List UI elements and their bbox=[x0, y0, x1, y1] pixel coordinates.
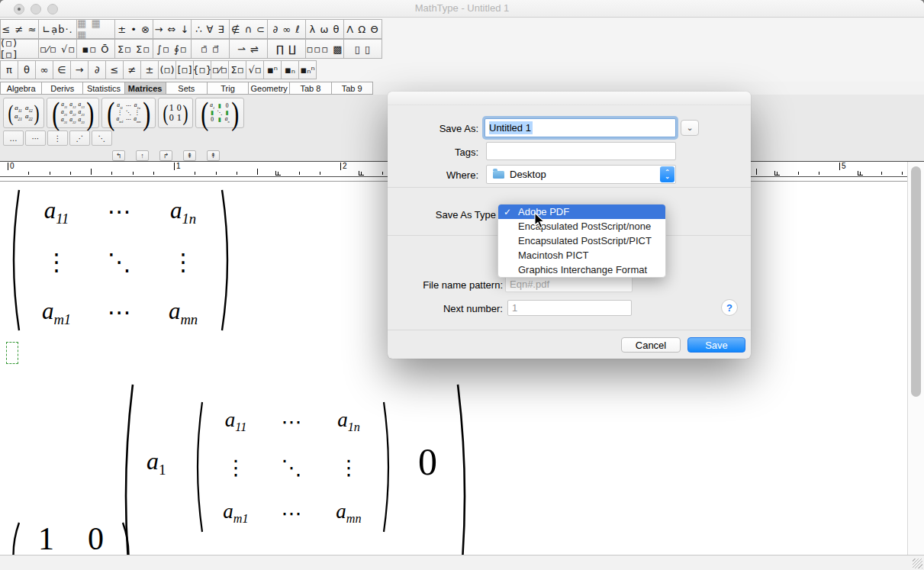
symbol-button[interactable]: ± bbox=[140, 60, 159, 79]
spacing-palette[interactable]: ▦ ▦ ▦ bbox=[76, 19, 115, 39]
box-templates-palette[interactable]: ▯ ▯ bbox=[343, 39, 382, 59]
matrix-cell: ⋯ bbox=[282, 503, 302, 524]
symbol-button[interactable]: [▫] bbox=[175, 60, 194, 79]
greek-lowercase-palette[interactable]: λ ω θ bbox=[305, 19, 344, 39]
scrollbar-thumb[interactable] bbox=[911, 166, 921, 397]
tab-stop-center-button[interactable]: ↑ bbox=[136, 150, 149, 161]
dialog-titlebar[interactable] bbox=[388, 92, 751, 105]
menu-item-graphics-interchange-format[interactable]: Graphics Interchange Format bbox=[498, 262, 665, 277]
next-number-field[interactable]: 1 bbox=[507, 300, 632, 316]
subscript-superscript-templates-palette[interactable]: ▪▫ Ō bbox=[76, 39, 115, 59]
tab-statistics[interactable]: Statistics bbox=[82, 82, 124, 95]
symbol-button[interactable]: θ bbox=[18, 60, 36, 79]
relational-symbols-palette[interactable]: ≤ ≠ ≈ bbox=[0, 19, 39, 39]
matrix-mxn-dots-template[interactable]: (a11⋯a1n⋮⋱⋮am1⋯amn) bbox=[101, 98, 156, 128]
tab-stop-equal-button[interactable]: ⇞ bbox=[183, 150, 196, 161]
ruler-tab-stop[interactable] bbox=[359, 171, 364, 176]
vertical-dots-button[interactable]: ⋮ bbox=[47, 130, 68, 146]
overbar-templates-palette[interactable]: ▫̄ ▫⃗ bbox=[191, 39, 230, 59]
tab-stop-decimal-button[interactable]: ↟ bbox=[207, 150, 220, 161]
low-ellipsis-button[interactable]: … bbox=[3, 130, 24, 146]
save-as-type-menu: ✓Adobe PDFEncapsulated PostScript/noneEn… bbox=[497, 204, 666, 278]
diagonal-matrix-template[interactable]: (a1▮0▮⋱▮0▮an) bbox=[195, 98, 244, 128]
matrix-2x2-template[interactable]: (a11a12a21a22) bbox=[3, 98, 44, 128]
tab-tab-9[interactable]: Tab 9 bbox=[331, 82, 373, 95]
misc-symbols-palette[interactable]: ∂ ∞ ℓ bbox=[267, 19, 306, 39]
symbol-button[interactable]: ≠ bbox=[123, 60, 141, 79]
folder-icon bbox=[493, 171, 504, 179]
arrow-symbols-palette[interactable]: → ⇔ ↓ bbox=[153, 19, 192, 39]
equation-matrix-mxn: a11⋯a1n⋮⋱⋮am1⋯amn bbox=[6, 188, 235, 337]
where-popup[interactable]: Desktop ⌃ ⌄ bbox=[486, 165, 676, 184]
symbol-button[interactable]: → bbox=[70, 60, 89, 79]
symbol-button[interactable]: {▫} bbox=[193, 60, 211, 79]
selected-filename-text: Untitled 1 bbox=[489, 121, 533, 134]
product-templates-palette[interactable]: ∏ ∐ bbox=[267, 39, 306, 59]
save-button[interactable]: Save bbox=[687, 337, 745, 353]
save-as-field[interactable]: Untitled 1 bbox=[485, 118, 676, 137]
embellishments-palette[interactable]: ∟ạḃ·. bbox=[38, 19, 77, 39]
operator-symbols-palette[interactable]: ± • ⊗ bbox=[114, 19, 153, 39]
titlebar[interactable]: MathType - Untitled 1 bbox=[0, 0, 924, 18]
symbol-button[interactable]: π bbox=[0, 60, 18, 79]
symbol-button[interactable]: √▫ bbox=[246, 60, 264, 79]
help-button[interactable]: ? bbox=[721, 299, 738, 316]
matrix-template-buttons: (a11a12a21a22)(a11a12a13a21a22a23a31a32a… bbox=[3, 98, 244, 128]
summation-templates-palette[interactable]: Σ▫ Σ▫ bbox=[114, 39, 153, 59]
tab-stop-right-button[interactable]: ↱ bbox=[159, 150, 172, 161]
set-theory-symbols-palette[interactable]: ∉ ∩ ⊂ bbox=[229, 19, 268, 39]
fence-templates-palette[interactable]: (▫) [▫] bbox=[0, 39, 39, 59]
symbol-button[interactable]: ∂ bbox=[88, 60, 106, 79]
tab-algebra[interactable]: Algebra bbox=[0, 82, 42, 95]
mouse-cursor bbox=[534, 212, 546, 229]
ruler-tab-stop[interactable] bbox=[858, 171, 863, 176]
integral-templates-palette[interactable]: ∫▫ ∮▫ bbox=[153, 39, 192, 59]
ruler-tab-stop[interactable] bbox=[774, 171, 780, 176]
symbol-button[interactable]: ▪ⁿ bbox=[263, 60, 282, 79]
menu-item-encapsulated-postscript-none[interactable]: Encapsulated PostScript/none bbox=[498, 219, 665, 233]
tab-trig[interactable]: Trig bbox=[207, 82, 249, 95]
ruler-tick bbox=[257, 169, 258, 175]
window-title: MathType - Untitled 1 bbox=[0, 2, 924, 14]
matrix-cell: ▮ bbox=[218, 103, 221, 109]
menu-item-macintosh-pict[interactable]: Macintosh PICT bbox=[498, 248, 665, 262]
symbol-button[interactable]: ∞ bbox=[35, 60, 53, 79]
tags-field[interactable] bbox=[486, 142, 676, 160]
cancel-button[interactable]: Cancel bbox=[621, 337, 681, 353]
tab-matrices[interactable]: Matrices bbox=[124, 82, 166, 95]
vertical-scrollbar[interactable] bbox=[907, 162, 924, 555]
symbol-button[interactable]: ∈ bbox=[53, 60, 71, 79]
empty-slot-placeholder[interactable] bbox=[6, 342, 18, 364]
matrix-cell: 0 bbox=[169, 113, 174, 123]
symbol-button[interactable]: ≤ bbox=[105, 60, 124, 79]
symbol-button[interactable]: Σ▫ bbox=[228, 60, 246, 79]
file-pattern-field[interactable]: Eqn#.pdf bbox=[505, 276, 633, 292]
symbol-button[interactable]: ▪ₙⁿ bbox=[298, 60, 317, 79]
tab-sets[interactable]: Sets bbox=[166, 82, 208, 95]
expand-dialog-button[interactable]: ⌄ bbox=[681, 120, 699, 136]
resize-grip[interactable] bbox=[913, 559, 922, 568]
matrix-3x3-template[interactable]: (a11a12a13a21a22a23a31a32a33) bbox=[47, 98, 99, 128]
center-ellipsis-button[interactable]: ⋯ bbox=[25, 130, 46, 146]
menu-item-encapsulated-postscript-pict[interactable]: Encapsulated PostScript/PICT bbox=[498, 233, 665, 248]
identity-matrix-template[interactable]: (1001) bbox=[158, 98, 193, 128]
tab-stop-left-button[interactable]: ↰ bbox=[112, 150, 125, 161]
symbol-button[interactable]: (▫) bbox=[158, 60, 176, 79]
right-paren: ) bbox=[231, 95, 239, 132]
symbol-button[interactable]: ▪ₙ bbox=[281, 60, 299, 79]
rising-diagonal-dots-button[interactable]: ⋰ bbox=[69, 130, 90, 146]
logic-symbols-palette[interactable]: ∴ ∀ ∃ bbox=[191, 19, 230, 39]
menu-item-adobe-pdf[interactable]: ✓Adobe PDF bbox=[498, 204, 665, 219]
fraction-radical-templates-palette[interactable]: ▫⁄▫ √▫ bbox=[38, 39, 77, 59]
ruler-tab-stop[interactable] bbox=[275, 171, 281, 176]
zero-entry: 0 bbox=[418, 440, 437, 484]
symbol-button[interactable]: ▫⁄▫ bbox=[211, 60, 229, 79]
tab-derivs[interactable]: Derivs bbox=[41, 82, 83, 95]
matrix-templates-palette[interactable]: ▫▫▫ ▩ bbox=[305, 39, 344, 59]
labeled-arrow-templates-palette[interactable]: ⇀ ⇌ bbox=[229, 39, 268, 59]
tab-geometry[interactable]: Geometry bbox=[248, 82, 290, 95]
popup-stepper-icon[interactable]: ⌃ ⌄ bbox=[660, 166, 674, 182]
falling-diagonal-dots-button[interactable]: ⋱ bbox=[92, 130, 112, 146]
tab-tab-8[interactable]: Tab 8 bbox=[289, 82, 331, 95]
greek-uppercase-palette[interactable]: Λ Ω Θ bbox=[343, 19, 382, 39]
